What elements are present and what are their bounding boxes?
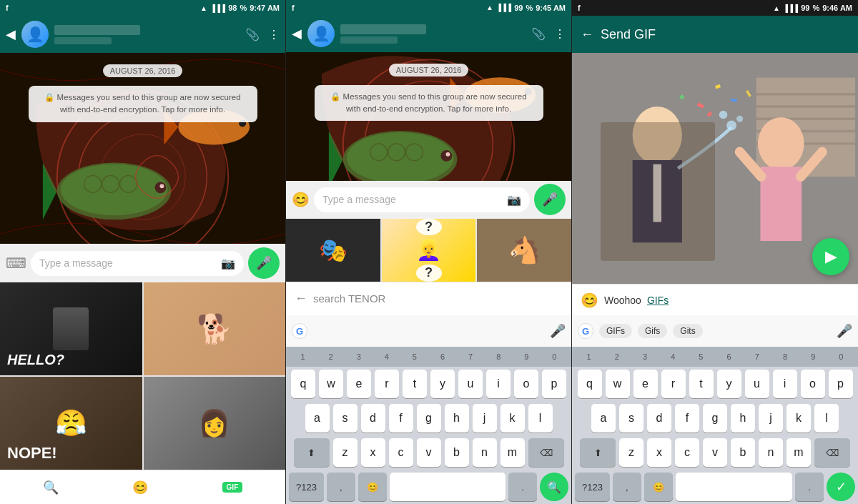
key-u-2[interactable]: u [458,370,483,398]
key-w-2[interactable]: w [319,370,343,398]
search-tenor-text[interactable]: search TENOR [313,292,563,305]
gif-item-hello[interactable]: HELLO? [0,282,142,375]
key-e-3[interactable]: e [633,370,658,398]
key-v-2[interactable]: v [417,438,441,467]
gif-strip-item-1[interactable]: 🎭 [286,219,380,282]
more-icon-1[interactable]: ⋮ [268,28,280,41]
key-l-3[interactable]: l [814,404,839,433]
key-f-3[interactable]: f [675,404,699,433]
emoji-key-3[interactable]: 😊 [644,473,673,501]
shift-key-2[interactable]: ⬆ [294,438,330,467]
key-y-2[interactable]: y [430,370,455,398]
key-k-3[interactable]: k [786,404,811,433]
key-d-2[interactable]: d [361,404,385,433]
key-z-3[interactable]: z [619,438,644,467]
key-n-2[interactable]: n [473,438,497,467]
mic-button-2[interactable]: 🎤 [534,184,566,215]
key-i-3[interactable]: i [773,370,797,398]
key-o-3[interactable]: o [801,370,825,398]
camera-icon-2[interactable]: 📷 [507,193,521,207]
message-input-1[interactable]: Type a message 📷 [31,251,244,276]
system-message-2[interactable]: 🔒 Messages you send to this group are no… [315,85,543,122]
back-button-1[interactable]: ◀ [6,26,16,42]
gif-strip-item-3[interactable]: 🐴 [477,219,571,282]
more-icon-2[interactable]: ⋮ [554,27,566,41]
key-a-2[interactable]: a [305,404,330,433]
key-c-3[interactable]: c [675,438,699,467]
gif-badge-1[interactable]: GIF [222,482,243,493]
key-n-3[interactable]: n [759,438,783,467]
key-g-3[interactable]: g [703,404,727,433]
key-c-2[interactable]: c [389,438,413,467]
suggestion-gits-3[interactable]: Gits [673,324,702,338]
mic-icon-keyboard-2[interactable]: 🎤 [550,323,566,339]
key-q-3[interactable]: q [578,370,602,398]
key-h-3[interactable]: h [731,404,755,433]
spacebar-2[interactable] [390,473,506,501]
camera-icon-1[interactable]: 📷 [221,257,235,270]
key-r-2[interactable]: r [375,370,399,398]
suggestion-gifs-3[interactable]: GIFs [599,324,632,338]
key-p-2[interactable]: p [542,370,566,398]
confirm-key-3[interactable]: ✓ [827,473,855,501]
spacebar-3[interactable] [676,473,792,501]
send-fab-button[interactable]: ▶ [812,238,849,275]
period-key-2[interactable]: . [508,473,537,501]
key-z-2[interactable]: z [333,438,358,467]
key-h-2[interactable]: h [445,404,469,433]
key-m-3[interactable]: m [786,438,811,467]
key-g-2[interactable]: g [417,404,441,433]
shift-key-3[interactable]: ⬆ [580,438,616,467]
comma-key-3[interactable]: , [613,473,641,501]
gif-item-dog[interactable]: 🐕 [144,282,286,375]
key-t-3[interactable]: t [689,370,714,398]
key-e-2[interactable]: e [347,370,371,398]
key-a-3[interactable]: a [591,404,616,433]
key-d-3[interactable]: d [647,404,671,433]
key-s-3[interactable]: s [619,404,644,433]
emoji-icon-bottom-1[interactable]: 😊 [132,480,148,495]
123-key-3[interactable]: ?123 [575,473,610,501]
key-b-2[interactable]: b [445,438,469,467]
key-u-3[interactable]: u [745,370,769,398]
key-l-2[interactable]: l [528,404,553,433]
message-input-2[interactable]: Type a message 📷 [314,187,530,212]
key-j-3[interactable]: j [759,404,783,433]
contact-info-1[interactable] [54,25,240,44]
key-x-2[interactable]: x [361,438,385,467]
contact-info-2[interactable] [340,24,526,44]
key-f-2[interactable]: f [389,404,413,433]
key-x-3[interactable]: x [647,438,671,467]
key-v-3[interactable]: v [703,438,727,467]
key-k-2[interactable]: k [500,404,525,433]
gif-item-nope[interactable]: 😤 NOPE! [0,377,142,470]
key-t-2[interactable]: t [403,370,427,398]
emoji-button-1[interactable]: ⌨ [6,255,26,272]
woohoo-emoji-icon[interactable]: 😊 [581,292,598,309]
key-o-2[interactable]: o [514,370,538,398]
search-icon-1[interactable]: 🔍 [43,480,59,495]
comma-key-2[interactable]: , [327,473,355,501]
delete-key-3[interactable]: ⌫ [814,438,850,467]
search-key-2[interactable]: 🔍 [540,473,568,501]
key-r-3[interactable]: r [661,370,686,398]
key-q-2[interactable]: q [291,370,315,398]
send-gif-back-button[interactable]: ← [581,27,593,42]
key-m-2[interactable]: m [500,438,525,467]
suggestion-gifs2-3[interactable]: Gifs [638,324,667,338]
attach-icon-2[interactable]: 📎 [531,27,546,41]
key-i-2[interactable]: i [486,370,511,398]
attach-icon-1[interactable]: 📎 [245,28,260,41]
delete-key-2[interactable]: ⌫ [528,438,564,467]
key-b-3[interactable]: b [731,438,755,467]
emoji-button-2[interactable]: 😊 [292,191,310,208]
mic-button-1[interactable]: 🎤 [248,247,280,279]
emoji-key-2[interactable]: 😊 [358,473,387,501]
period-key-3[interactable]: . [795,473,824,501]
search-back-icon[interactable]: ← [295,291,307,306]
gif-item-woman[interactable]: 👩 [144,377,286,470]
123-key-2[interactable]: ?123 [289,473,324,501]
gif-strip-item-2[interactable]: ? 👱‍♀️ ? [382,219,476,282]
key-p-3[interactable]: p [829,370,853,398]
gifs-link[interactable]: GIFs [647,295,669,306]
